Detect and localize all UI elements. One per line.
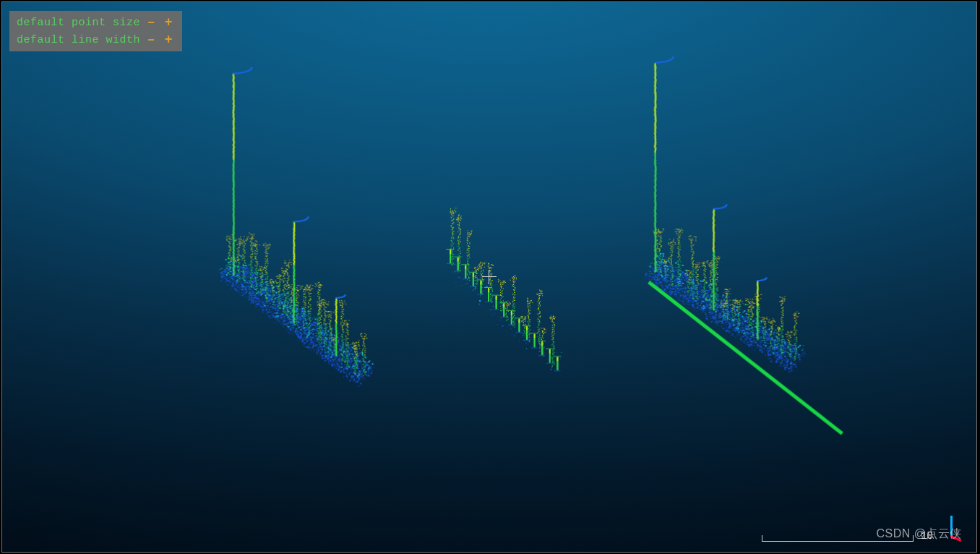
axis-gizmo-icon [940, 514, 962, 543]
scale-value: 10 [921, 530, 933, 542]
scale-bar: 10 [762, 530, 933, 542]
point-size-increase-button[interactable]: + [162, 16, 175, 29]
scene-canvas[interactable] [2, 2, 976, 552]
line-width-label: default line width [17, 34, 140, 46]
point-size-row: default point size – + [14, 14, 178, 31]
scale-line-icon [762, 535, 914, 542]
line-width-increase-button[interactable]: + [162, 33, 175, 46]
point-size-label: default point size [17, 17, 140, 29]
line-width-decrease-button[interactable]: – [145, 33, 158, 46]
line-width-row: default line width – + [14, 31, 178, 48]
display-controls-panel: default point size – + default line widt… [9, 11, 182, 51]
point-size-decrease-button[interactable]: – [145, 16, 158, 29]
point-cloud-viewer[interactable]: default point size – + default line widt… [1, 1, 977, 553]
